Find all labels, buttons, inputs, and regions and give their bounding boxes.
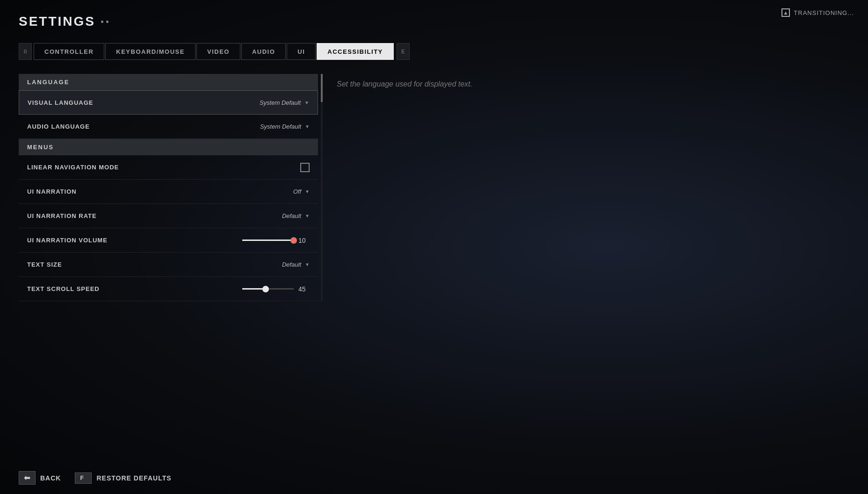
ui-narration-volume-fill xyxy=(242,240,294,241)
ui-narration-rate-value[interactable]: Default ▼ xyxy=(282,212,310,219)
text-size-value[interactable]: Default ▼ xyxy=(282,261,310,268)
setting-row-ui-narration[interactable]: UI NARRATION Off ▼ xyxy=(19,180,318,204)
settings-panel: LANGUAGE VISUAL LANGUAGE System Default … xyxy=(19,74,318,301)
linear-nav-label: LINEAR NAVIGATION MODE xyxy=(27,164,119,171)
main-content: SETTINGS 0 CONTROLLER KEYBOARD/MOUSE VID… xyxy=(0,0,868,494)
title-dot-2 xyxy=(106,21,108,23)
tab-audio[interactable]: AUDIO xyxy=(241,43,286,60)
visual-language-value[interactable]: System Default ▼ xyxy=(260,99,309,106)
text-scroll-speed-track[interactable] xyxy=(242,288,294,290)
section-header-language: LANGUAGE xyxy=(19,74,318,90)
ui-narration-volume-thumb[interactable] xyxy=(290,237,297,244)
nav-left-badge: 0 xyxy=(19,43,32,60)
description-text: Set the language used for displayed text… xyxy=(337,79,849,90)
text-scroll-speed-slider-container[interactable]: 45 xyxy=(242,285,310,293)
ui-narration-volume-slider-container[interactable]: 10 xyxy=(242,237,310,244)
audio-language-value[interactable]: System Default ▼ xyxy=(260,123,310,130)
setting-row-audio-language[interactable]: AUDIO LANGUAGE System Default ▼ xyxy=(19,115,318,139)
ui-narration-volume-value: 10 xyxy=(298,237,310,244)
tab-controller[interactable]: CONTROLLER xyxy=(34,43,104,60)
linear-nav-checkbox[interactable] xyxy=(300,163,310,172)
restore-key: F xyxy=(75,472,92,484)
ui-narration-dropdown-arrow: ▼ xyxy=(305,189,310,194)
restore-defaults-action[interactable]: F Restore Defaults xyxy=(75,472,171,484)
ui-narration-rate-dropdown-arrow: ▼ xyxy=(305,213,310,218)
tab-ui[interactable]: UI xyxy=(287,43,316,60)
text-scroll-speed-value: 45 xyxy=(298,285,310,293)
setting-row-ui-narration-volume[interactable]: UI NARRATION VOLUME 10 xyxy=(19,228,318,253)
back-label: Back xyxy=(40,474,61,482)
text-size-dropdown-arrow: ▼ xyxy=(305,262,310,267)
setting-row-linear-nav[interactable]: LINEAR NAVIGATION MODE xyxy=(19,155,318,180)
scrollbar-thumb[interactable] xyxy=(321,74,323,102)
title-decoration xyxy=(101,21,108,23)
tab-video[interactable]: VIDEO xyxy=(196,43,240,60)
setting-row-visual-language[interactable]: VISUAL LANGUAGE System Default ▼ xyxy=(19,90,318,115)
visual-language-dropdown-arrow: ▼ xyxy=(304,100,309,105)
ui-narration-value[interactable]: Off ▼ xyxy=(293,188,310,195)
restore-defaults-label: Restore Defaults xyxy=(96,474,171,482)
audio-language-label: AUDIO LANGUAGE xyxy=(27,123,90,130)
tab-accessibility[interactable]: ACCESSIBILITY xyxy=(317,43,393,60)
tab-keyboard-mouse[interactable]: KEYBOARD/MOUSE xyxy=(105,43,195,60)
title-dot-1 xyxy=(101,21,103,23)
ui-narration-label: UI NARRATION xyxy=(27,188,77,195)
bottom-bar: ⬅ Back F Restore Defaults xyxy=(19,471,172,485)
ui-narration-volume-label: UI NARRATION VOLUME xyxy=(27,237,108,244)
setting-row-text-scroll-speed[interactable]: TEXT SCROLL SPEED 45 xyxy=(19,277,318,301)
visual-language-label: VISUAL LANGUAGE xyxy=(28,99,93,106)
ui-narration-volume-track[interactable] xyxy=(242,240,294,241)
section-header-menus: MENUS xyxy=(19,139,318,155)
audio-language-dropdown-arrow: ▼ xyxy=(305,124,310,129)
setting-row-text-size[interactable]: TEXT SIZE Default ▼ xyxy=(19,253,318,277)
description-panel: Set the language used for displayed text… xyxy=(337,74,849,301)
text-scroll-speed-label: TEXT SCROLL SPEED xyxy=(27,285,100,292)
text-scroll-speed-thumb[interactable] xyxy=(262,286,269,292)
setting-row-ui-narration-rate[interactable]: UI NARRATION RATE Default ▼ xyxy=(19,204,318,228)
text-size-label: TEXT SIZE xyxy=(27,261,62,268)
scrollbar-track[interactable] xyxy=(321,74,323,301)
nav-right-badge: E xyxy=(397,43,410,60)
content-layout: LANGUAGE VISUAL LANGUAGE System Default … xyxy=(19,74,849,301)
back-key: ⬅ xyxy=(19,471,36,485)
ui-narration-rate-label: UI NARRATION RATE xyxy=(27,212,97,219)
nav-tabs: 0 CONTROLLER KEYBOARD/MOUSE VIDEO AUDIO … xyxy=(19,43,849,60)
back-action[interactable]: ⬅ Back xyxy=(19,471,61,485)
page-title: SETTINGS xyxy=(19,14,849,29)
